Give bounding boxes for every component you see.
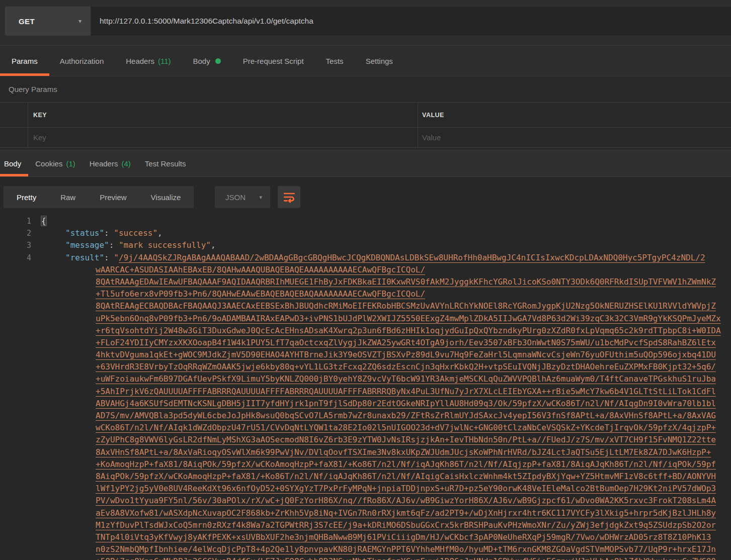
table-header-row: KEY VALUE [0,103,731,128]
json-line: M1zYfDuvPlTsdWJxCoQ5mrn0zRXzf4k8Wa7a2TGP… [0,519,731,531]
tab-label: Pre-request Script [243,57,304,65]
chevron-down-icon: ▾ [259,194,262,201]
json-line: 4"result": "/9j/4AAQSkZJRgABAgAAAQABAAD/… [0,252,731,264]
json-line: 3"message": "mark successfully", [0,239,731,251]
tab-count-badge: (11) [158,57,171,65]
request-tab-authorization[interactable]: Authorization [60,46,104,76]
request-tab-settings[interactable]: Settings [366,46,393,76]
request-tab-pre-request-script[interactable]: Pre-request Script [243,46,304,76]
base64-link[interactable]: 8AxVHnSf8APtL+a/8AxVaRioqyOSvWlXm6k99PwV… [96,447,711,457]
json-line: n0zS2NmbQMpfIbnhiee/4elWcqDjcPpT8+4p2Qe1… [0,543,731,555]
request-tabs: ParamsAuthorizationHeaders(11)BodyPre-re… [0,46,731,76]
format-label: JSON [225,193,246,202]
response-tab-test-results[interactable]: Test Results [145,150,186,176]
param-value-input[interactable] [422,133,731,142]
view-mode-visualize[interactable]: Visualize [151,193,181,202]
line-number: 4 [0,252,31,264]
value-column-header: VALUE [418,103,731,127]
base64-link[interactable]: 4hktvDVguma1qkEt+gWOC9MJdkZjmV5D90EHAO4A… [96,350,716,359]
tab-label: Settings [366,57,393,65]
url-input[interactable] [91,7,731,36]
line-number: 1 [0,215,31,227]
tab-label: Body [4,159,21,168]
json-token-pun: : [104,253,114,262]
base64-link[interactable]: 8QAtREAAgECBAQDBAcFBAQAAQJ3AAECAxEEBSExB… [96,301,716,311]
base64-link[interactable]: uPk5ebn6Onq8vP09fb3+Pn6/9oADAMBAAIRAxEAP… [96,314,721,323]
view-mode-pretty[interactable]: Pretty [17,193,36,202]
base64-link[interactable]: TNTp4l0iVtq3yKfVwyj8yAKfPEXK+xsUVBbXUF2h… [96,532,711,542]
request-tab-headers[interactable]: Headers(11) [126,46,171,76]
param-key-input[interactable] [33,133,418,142]
base64-link[interactable]: +Tl5ufo6erx8vP09fb3+Pn6/8QAHwEAAwEBAQEBA… [96,289,425,299]
base64-link[interactable]: n0zS2NmbQMpfIbnhiee/4elWcqDjcPpT8+4p2Qe1… [96,544,716,554]
query-params-table: KEY VALUE [0,102,731,148]
chevron-down-icon: ▾ [78,18,82,25]
base64-link[interactable]: lWf1yPY2jg5yV0e8UV4ReeKdXt96x6nfOyD52+0S… [96,484,716,493]
base64-link[interactable]: +FLoF24YDIIyCMYzxXKXOoapB4f1W4k1PUY5LfT7… [96,338,716,347]
query-params-title: Query Params [9,85,57,94]
view-mode-group: PrettyRawPreviewVisualize [4,186,194,208]
base64-link[interactable]: +58Ri7qq8YnnCuMkDPJn26CCVuaR4dfCu/LF7JvF… [96,556,716,560]
base64-link[interactable]: zZyUPhC8g8VWV6lyGsLR2dfNmLyMShXG3aAOSecm… [96,435,716,444]
base64-link[interactable]: AD7S/mv/AMVQBla3pd5dyWL6cbeJoJpHk8wsuQ0b… [96,411,716,420]
json-line: PV/wDvo1tYyua9FY5nl/56v/30aPOlx/rX/wC+jQ… [0,495,731,507]
base64-link[interactable]: 8AiqPOk/59pfzX/wCKoAmoqHzpP+faX81/+Ko86T… [96,472,716,481]
json-token-key: "message" [65,240,109,250]
base64-link[interactable]: +63VHrdR3E8VrbyTzOqRRqWZmOAAK5jwje6kby80… [96,362,716,371]
base64-link[interactable]: wCKo86T/n2l/Nf/AIqk1dWZdObpzU47rU51/CVvD… [96,423,716,432]
base64-link[interactable]: M1zYfDuvPlTsdWJxCoQ5mrn0zRXzf4k8Wa7a2TGP… [96,520,716,530]
method-selector[interactable]: GET ▾ [5,7,91,36]
response-tab-cookies[interactable]: Cookies(1) [35,150,75,176]
format-selector[interactable]: JSON ▾ [215,186,270,208]
wrap-text-button[interactable] [278,186,300,208]
json-line: wAARCAC+ASUDASIAAhEBAxEB/8QAHwAAAQUBAQEB… [0,264,731,276]
json-line: +5AhIPrjkV6zQAUUUUAFFFFABRRRQAUUUUAFFFFA… [0,386,731,398]
row-select-column [0,128,28,147]
base64-link[interactable]: 8QAtRAAAgEDAwIEAwUFBAQAAAF9AQIDAAQRBRIhM… [96,277,716,287]
json-token-pun: , [157,228,163,238]
view-mode-preview[interactable]: Preview [100,193,126,202]
json-token-brace: { [41,216,46,226]
request-tab-params[interactable]: Params [12,46,38,76]
request-tab-body[interactable]: Body [193,46,221,76]
base64-link[interactable]: PV/wDvo1tYyua9FY5nl/56v/30aPOlx/rX/wC+jQ… [96,496,716,505]
tab-label: Body [193,57,210,65]
json-token-pun: : [104,228,114,238]
base64-link[interactable]: +5AhIPrjkV6zQAUUUUAFFFFABRRRQAUUUUAFFFFA… [96,387,716,396]
json-line: aEv8A8VXofw81/wASXdpNcXuvapOC2F868kb+ZrK… [0,507,731,519]
base64-link[interactable]: /9j/4AAQSkZJRgABAgAAAQABAAD/2wBDAAgGBgcG… [119,253,705,262]
response-tab-body[interactable]: Body [4,150,21,176]
tab-count-badge: (1) [66,159,75,168]
base64-link[interactable]: +KoAmoqHzpP+faX81/8AiqPOk/59pfzX/wCKoAmo… [96,459,716,469]
json-line: uPk5ebn6Onq8vP09fb3+Pn6/9oADAMBAAIRAxEAP… [0,313,731,325]
json-token-pun: : [109,240,119,250]
url-field[interactable] [91,7,731,36]
tab-label: Headers [90,159,118,168]
response-tabs: BodyCookies(1)Headers(4)Test Results [0,150,731,177]
json-line: 8QAtRAAAgEDAwIEAwUFBAQAAAF9AQIDAAQRBRIhM… [0,276,731,288]
json-line: 1{ [0,215,731,227]
json-line: wCKo86T/n2l/Nf/AIqk1dWZdObpzU47rU51/CVvD… [0,422,731,434]
json-line: 8AxVHnSf8APtL+a/8AxVaRioqyOSvWlXm6k99PwV… [0,446,731,458]
request-tab-tests[interactable]: Tests [326,46,344,76]
json-line: +58Ri7qq8YnnCuMkDPJn26CCVuaR4dfCu/LF7JvF… [0,555,731,560]
json-line: +63VHrdR3E8VrbyTzOqRRqWZmOAAK5jwje6kby80… [0,361,731,373]
wrap-text-icon [283,191,296,204]
json-line: ABVAHGj4a6KSUfSdEMTNcKSNLgDBH5jIIT7yfdHY… [0,398,731,410]
row-select-column [0,103,28,127]
base64-link[interactable]: ABVAHGj4a6KSUfSdEMTNcKSNLgDBH5jIIT7yfdHY… [96,399,716,408]
view-mode-raw[interactable]: Raw [60,193,75,202]
base64-link[interactable]: +r6tqVsohtdYij2W48w3GiT3DuxGdweJ0QcEcAcE… [96,326,721,335]
json-token-pun: , [211,240,216,250]
base64-link[interactable]: aEv8A8VXofw81/wASXdpNcXuvapOC2F868kb+ZrK… [96,508,716,518]
base64-link[interactable]: wAARCAC+ASUDASIAAhEBAxEB/8QAHwAAAQUBAQEB… [96,265,425,274]
base64-link[interactable]: +uWFzoiaukwFm6B97DGAfUevPSkfX9LimuY5byKN… [96,374,716,384]
json-line: +FLoF24YDIIyCMYzxXKXOoapB4f1W4k1PUY5LfT7… [0,337,731,349]
json-line: 8QAtREAAgECBAQDBAcFBAQAAQJ3AAECAxEEBSExB… [0,300,731,312]
response-tab-headers[interactable]: Headers(4) [90,150,131,176]
json-line: zZyUPhC8g8VWV6lyGsLR2dfNmLyMShXG3aAOSecm… [0,434,731,446]
tab-label: Headers [126,57,154,65]
key-column-header: KEY [28,103,418,127]
json-token-str: "mark successfully" [119,240,211,250]
code-editor[interactable]: 1{2"status": "success",3"message": "mark… [0,215,731,560]
